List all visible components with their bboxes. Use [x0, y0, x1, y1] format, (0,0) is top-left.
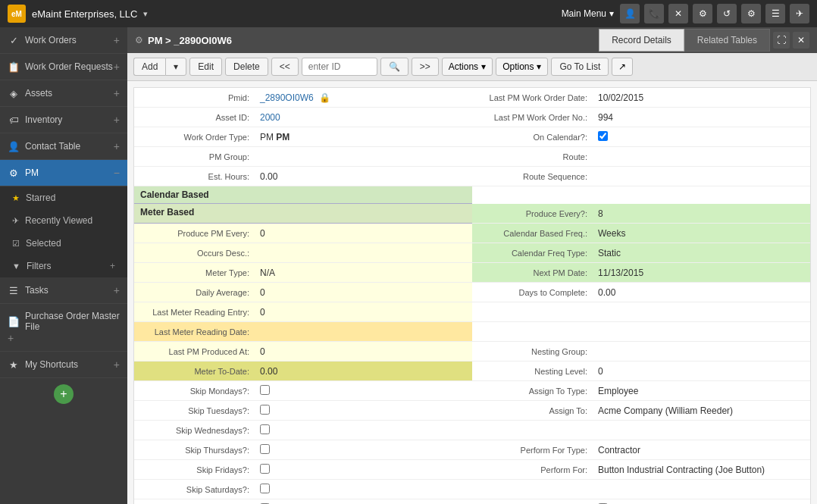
pm-group-row: PM Group: [134, 147, 472, 167]
route-row: Route: [472, 147, 810, 167]
empty-left-2 [472, 322, 810, 342]
skip-wednesdays-checkbox[interactable] [260, 424, 270, 434]
skip-mondays-checkbox[interactable] [260, 385, 270, 395]
close-record-icon[interactable]: ✕ [793, 32, 809, 49]
app-title-arrow[interactable]: ▾ [143, 9, 148, 19]
contact-table-icon: 👤 [8, 141, 20, 152]
skip-tuesdays-label: Skip Tuesdays?: [134, 404, 255, 418]
navigate-icon[interactable]: ✈ [790, 4, 809, 23]
daily-average-label: Daily Average: [134, 286, 255, 299]
empty-left-3 [472, 421, 810, 440]
tab-related-tables[interactable]: Related Tables [684, 29, 770, 52]
skip-tuesdays-checkbox[interactable] [260, 405, 270, 415]
main-menu-button[interactable]: Main Menu ▾ [562, 8, 614, 19]
tab-record-details[interactable]: Record Details [599, 29, 684, 52]
sidebar-item-recently-viewed[interactable]: ✈ Recently Viewed [0, 209, 127, 232]
assign-to-label: Assign To: [472, 404, 593, 418]
perform-for-type-value: Contractor [593, 443, 810, 458]
add-purchase-order-icon[interactable]: + [8, 332, 14, 344]
close-icon[interactable]: ✕ [668, 4, 688, 23]
on-calendar-checkbox[interactable] [598, 131, 608, 141]
prev-button[interactable]: << [271, 58, 299, 76]
nesting-level-value: 0 [593, 364, 810, 379]
route-sequence-label: Route Sequence: [472, 170, 593, 183]
route-sequence-row: Route Sequence: [472, 167, 810, 186]
sidebar-item-work-order-requests[interactable]: 📋 Work Order Requests + [0, 54, 127, 80]
phone-icon[interactable]: 📞 [644, 4, 664, 23]
record-tabs: Record Details Related Tables ⛶ ✕ [599, 29, 809, 52]
skip-thursdays-checkbox[interactable] [260, 444, 270, 454]
sidebar-item-pm[interactable]: ⚙ PM − [0, 160, 127, 186]
produce-every-row: Produce Every?: 8 [472, 204, 810, 224]
add-work-order-requests-icon[interactable]: + [114, 61, 120, 73]
add-button-group: Add ▾ [133, 58, 186, 76]
add-my-shortcuts-icon[interactable]: + [114, 358, 120, 371]
sidebar-item-selected[interactable]: ☑ Selected [0, 232, 127, 255]
skip-wednesdays-label: Skip Wednesdays?: [134, 424, 255, 437]
add-dropdown-button[interactable]: ▾ [165, 58, 186, 76]
perform-for-row: Perform For: Button Industrial Contracti… [472, 460, 810, 480]
occurs-desc-row: Occurs Desc.: [134, 243, 472, 263]
user-icon[interactable]: 👤 [620, 4, 640, 23]
sidebar-item-my-shortcuts[interactable]: ★ My Shortcuts + [0, 352, 127, 378]
last-pm-wo-date-label: Last PM Work Order Date: [472, 91, 593, 105]
options-dropdown[interactable]: Options ▾ [496, 58, 548, 76]
sidebar-label: Inventory [25, 114, 62, 125]
refresh-icon[interactable]: ↺ [717, 4, 737, 23]
sidebar-label: Tasks [25, 285, 49, 296]
sidebar-item-inventory[interactable]: 🏷 Inventory + [0, 107, 127, 133]
settings-icon[interactable]: ⚙ [693, 4, 712, 23]
add-tasks-icon[interactable]: + [114, 284, 120, 296]
gear-icon[interactable]: ⚙ [741, 4, 761, 23]
skip-fridays-label: Skip Fridays?: [134, 463, 255, 477]
skip-saturdays-checkbox[interactable] [260, 484, 270, 493]
add-contact-table-icon[interactable]: + [114, 140, 120, 152]
last-pm-wo-date-value: 10/02/2015 [593, 90, 810, 105]
sidebar-item-assets[interactable]: ◈ Assets + [0, 80, 127, 107]
sidebar-item-tasks[interactable]: ☰ Tasks + [0, 277, 127, 304]
on-calendar-row: On Calendar?: [472, 127, 810, 147]
perform-for-value: Button Industrial Contracting (Joe Butto… [593, 462, 810, 477]
pmid-value[interactable]: _2890OI0W6 🔒 [255, 90, 472, 105]
days-to-complete-label: Days to Complete: [472, 286, 593, 299]
collapse-pm-icon[interactable]: − [114, 167, 120, 179]
sidebar-item-starred[interactable]: ★ Starred [0, 186, 127, 209]
edit-button[interactable]: Edit [189, 58, 222, 76]
go-to-list-button[interactable]: Go To List [551, 58, 609, 76]
sidebar-item-filters[interactable]: ▼ Filters + [0, 255, 127, 277]
work-order-requests-icon: 📋 [8, 61, 20, 73]
add-filter-icon[interactable]: + [110, 261, 115, 271]
last-meter-reading-date-label: Last Meter Reading Date: [134, 325, 255, 339]
sidebar-item-contact-table[interactable]: 👤 Contact Table + [0, 133, 127, 160]
menu-icon[interactable]: ☰ [765, 4, 785, 23]
expand-record-icon[interactable]: ⛶ [773, 32, 790, 49]
search-input[interactable] [302, 58, 377, 76]
add-work-orders-icon[interactable]: + [114, 34, 120, 46]
add-assets-icon[interactable]: + [114, 87, 120, 99]
actions-dropdown[interactable]: Actions ▾ [442, 58, 493, 76]
next-button[interactable]: >> [412, 58, 439, 76]
on-calendar-label: On Calendar?: [472, 130, 593, 144]
sidebar-item-work-orders[interactable]: ✓ Work Orders + [0, 27, 127, 54]
search-button[interactable]: 🔍 [380, 58, 409, 76]
skip-saturdays-row: Skip Saturdays?: [134, 480, 472, 499]
work-order-type-label: Work Order Type: [134, 130, 255, 144]
calendar-based-header: Calendar Based [134, 186, 472, 204]
empty-left-1 [472, 302, 810, 322]
est-hours-value: 0.00 [255, 169, 472, 184]
top-bar-left: eM eMaint Enterprises, LLC ▾ [8, 5, 148, 23]
skip-wednesdays-row: Skip Wednesdays?: [134, 421, 472, 440]
share-button[interactable]: ↗ [612, 58, 633, 76]
assign-to-type-value: Employee [593, 383, 810, 399]
skip-fridays-checkbox[interactable] [260, 464, 270, 474]
add-button[interactable]: Add [133, 58, 165, 76]
sidebar-expand-button[interactable]: + [54, 384, 74, 404]
my-shortcuts-icon: ★ [8, 359, 20, 371]
asset-id-value[interactable]: 2000 [255, 110, 472, 125]
delete-button[interactable]: Delete [225, 58, 268, 76]
lock-icon: 🔒 [319, 92, 330, 103]
skip-sundays-row: Skip Sundays?: [134, 499, 472, 504]
sidebar-item-purchase-order[interactable]: 📄 Purchase Order Master File + [0, 304, 127, 352]
add-inventory-icon[interactable]: + [114, 114, 120, 126]
layout: ✓ Work Orders + 📋 Work Order Requests + … [0, 27, 817, 504]
